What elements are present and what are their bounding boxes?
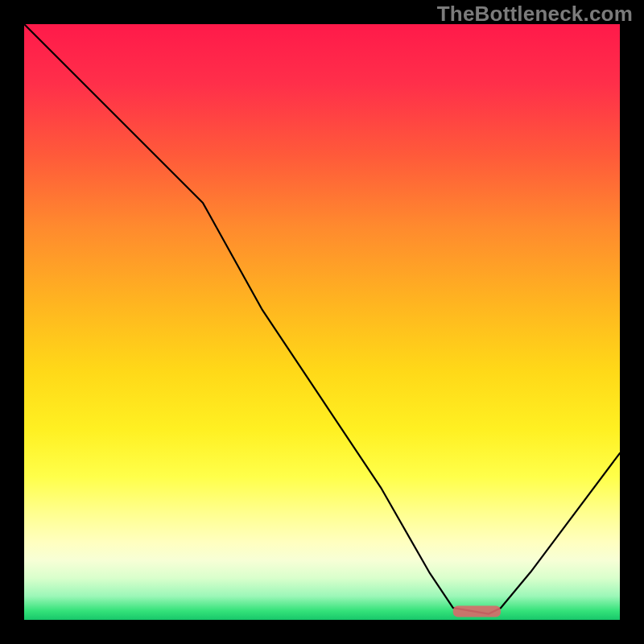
plot-area — [24, 24, 620, 620]
bottleneck-curve — [24, 24, 620, 614]
watermark-text: TheBottleneck.com — [437, 2, 633, 27]
chart-frame: TheBottleneck.com — [0, 0, 644, 644]
optimal-marker — [453, 606, 501, 617]
chart-overlay — [24, 24, 620, 620]
